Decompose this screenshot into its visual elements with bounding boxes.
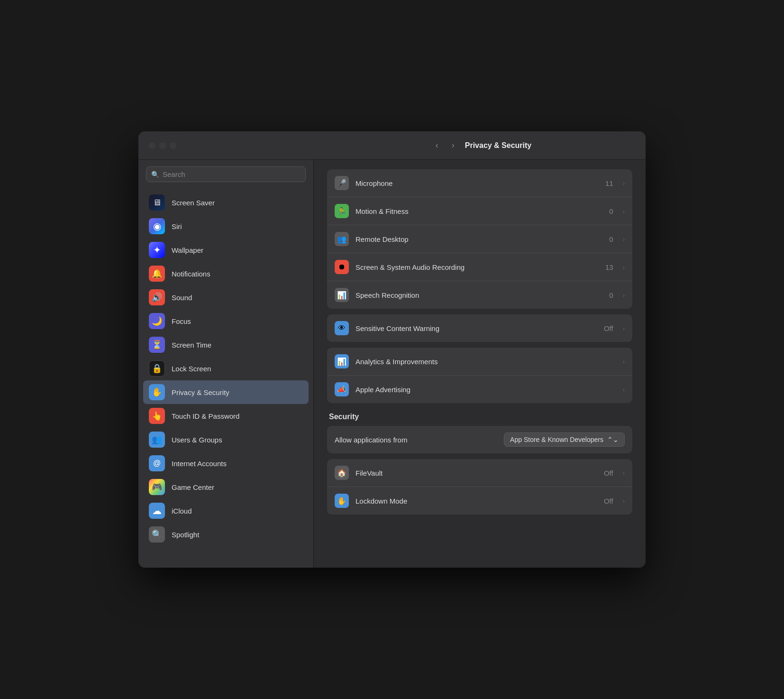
dropdown-value: App Store & Known Developers	[510, 436, 603, 443]
notifications-icon: 🔔	[149, 266, 165, 282]
maximize-button[interactable]	[170, 142, 176, 149]
remote-desktop-value: 0	[609, 235, 613, 243]
sidebar-label-notifications: Notifications	[172, 270, 210, 278]
security-allow-group: Allow applications from App Store & Know…	[327, 426, 632, 453]
filevault-row[interactable]: 🏠 FileVault Off ›	[327, 459, 632, 487]
game-center-icon: 🎮	[149, 479, 165, 495]
apple-advertising-row[interactable]: 📣 Apple Advertising ›	[327, 376, 632, 403]
internet-accounts-icon: @	[149, 455, 165, 471]
allow-apps-row: Allow applications from App Store & Know…	[327, 426, 632, 453]
dropdown-chevron-icon: ⌃⌄	[607, 436, 619, 443]
main-window: ‹ › Privacy & Security 🔍 🖥 Screen Saver	[138, 131, 646, 568]
motion-fitness-value: 0	[609, 207, 613, 215]
sidebar-item-wallpaper[interactable]: ✦ Wallpaper	[143, 238, 309, 262]
sensitive-content-group: 👁 Sensitive Content Warning Off ›	[327, 314, 632, 342]
sidebar-item-screen-saver[interactable]: 🖥 Screen Saver	[143, 191, 309, 214]
traffic-lights	[138, 142, 319, 149]
sidebar-item-lock-screen[interactable]: 🔒 Lock Screen	[143, 357, 309, 380]
sidebar-item-icloud[interactable]: ☁ iCloud	[143, 499, 309, 523]
sidebar-item-users-groups[interactable]: 👥 Users & Groups	[143, 428, 309, 451]
close-button[interactable]	[149, 142, 155, 149]
search-icon: 🔍	[151, 171, 159, 178]
motion-fitness-icon: 🏃	[335, 204, 349, 218]
sidebar-label-screen-saver: Screen Saver	[172, 199, 215, 207]
speech-recognition-chevron: ›	[623, 292, 625, 299]
sidebar-label-privacy-security: Privacy & Security	[172, 388, 229, 396]
search-container: 🔍	[138, 160, 313, 189]
microphone-value: 11	[605, 179, 613, 187]
lockdown-mode-row[interactable]: ✋ Lockdown Mode Off ›	[327, 487, 632, 515]
analytics-group: 📊 Analytics & Improvements › 📣 Apple Adv…	[327, 348, 632, 403]
lockdown-mode-value: Off	[604, 497, 613, 505]
speech-recognition-label: Speech Recognition	[356, 291, 602, 299]
filevault-chevron: ›	[623, 469, 625, 477]
motion-fitness-row[interactable]: 🏃 Motion & Fitness 0 ›	[327, 197, 632, 225]
sidebar-item-game-center[interactable]: 🎮 Game Center	[143, 475, 309, 499]
analytics-icon: 📊	[335, 354, 349, 368]
sidebar-item-touch-id[interactable]: 👆 Touch ID & Password	[143, 404, 309, 428]
screen-recording-row[interactable]: ⏺ Screen & System Audio Recording 13 ›	[327, 253, 632, 281]
speech-recognition-row[interactable]: 📊 Speech Recognition 0 ›	[327, 281, 632, 309]
remote-desktop-chevron: ›	[623, 236, 625, 243]
siri-icon: ◉	[149, 218, 165, 234]
microphone-label: Microphone	[356, 179, 599, 187]
sidebar-item-privacy-security[interactable]: ✋ Privacy & Security	[143, 380, 309, 404]
sidebar-item-screen-time[interactable]: ⏳ Screen Time	[143, 333, 309, 357]
sidebar-label-lock-screen: Lock Screen	[172, 365, 211, 373]
minimize-button[interactable]	[159, 142, 166, 149]
sidebar: 🔍 🖥 Screen Saver ◉ Siri ✦ Wallpaper	[138, 160, 314, 568]
sound-icon: 🔊	[149, 289, 165, 305]
titlebar: ‹ › Privacy & Security	[138, 131, 646, 160]
wallpaper-icon: ✦	[149, 242, 165, 258]
sidebar-label-screen-time: Screen Time	[172, 341, 211, 349]
sidebar-label-game-center: Game Center	[172, 483, 214, 491]
back-button[interactable]: ‹	[433, 138, 441, 152]
motion-fitness-chevron: ›	[623, 208, 625, 215]
search-box[interactable]: 🔍	[146, 166, 306, 182]
content-area: 🔍 🖥 Screen Saver ◉ Siri ✦ Wallpaper	[138, 160, 646, 568]
microphone-icon: 🎤	[335, 176, 349, 190]
search-input[interactable]	[163, 170, 301, 178]
users-groups-icon: 👥	[149, 432, 165, 448]
allow-apps-dropdown[interactable]: App Store & Known Developers ⌃⌄	[504, 432, 625, 447]
speech-recognition-value: 0	[609, 291, 613, 299]
forward-button[interactable]: ›	[449, 138, 457, 152]
sidebar-item-notifications[interactable]: 🔔 Notifications	[143, 262, 309, 285]
apple-advertising-icon: 📣	[335, 382, 349, 396]
sidebar-item-siri[interactable]: ◉ Siri	[143, 214, 309, 238]
sidebar-item-internet-accounts[interactable]: @ Internet Accounts	[143, 451, 309, 475]
sensitive-content-label: Sensitive Content Warning	[356, 324, 597, 332]
security-rows-group: 🏠 FileVault Off › ✋ Lockdown Mode Off ›	[327, 459, 632, 515]
analytics-label: Analytics & Improvements	[356, 358, 616, 366]
sidebar-item-spotlight[interactable]: 🔍 Spotlight	[143, 523, 309, 546]
microphone-row[interactable]: 🎤 Microphone 11 ›	[327, 169, 632, 197]
sidebar-label-focus: Focus	[172, 317, 191, 325]
sidebar-label-icloud: iCloud	[172, 507, 192, 515]
analytics-row[interactable]: 📊 Analytics & Improvements ›	[327, 348, 632, 376]
remote-desktop-row[interactable]: 👥 Remote Desktop 0 ›	[327, 225, 632, 253]
sidebar-item-focus[interactable]: 🌙 Focus	[143, 309, 309, 333]
screen-saver-icon: 🖥	[149, 194, 165, 211]
sensitive-content-icon: 👁	[335, 321, 349, 335]
focus-icon: 🌙	[149, 313, 165, 329]
remote-desktop-icon: 👥	[335, 232, 349, 246]
sensitive-content-value: Off	[604, 324, 613, 332]
icloud-icon: ☁	[149, 503, 165, 519]
lockdown-mode-chevron: ›	[623, 497, 625, 505]
filevault-icon: 🏠	[335, 466, 349, 480]
sensitive-content-row[interactable]: 👁 Sensitive Content Warning Off ›	[327, 314, 632, 342]
sidebar-label-sound: Sound	[172, 294, 192, 302]
screen-recording-value: 13	[605, 263, 613, 271]
touch-id-icon: 👆	[149, 408, 165, 424]
privacy-rows-group: 🎤 Microphone 11 › 🏃 Motion & Fitness 0 ›…	[327, 169, 632, 309]
security-section-title: Security	[329, 413, 632, 421]
allow-apps-label: Allow applications from	[335, 436, 497, 444]
filevault-label: FileVault	[356, 469, 597, 477]
sidebar-label-siri: Siri	[172, 222, 182, 230]
window-title: Privacy & Security	[465, 141, 532, 150]
analytics-chevron: ›	[623, 358, 625, 365]
sidebar-item-sound[interactable]: 🔊 Sound	[143, 285, 309, 309]
spotlight-icon: 🔍	[149, 526, 165, 543]
motion-fitness-label: Motion & Fitness	[356, 207, 602, 215]
apple-advertising-label: Apple Advertising	[356, 386, 616, 394]
